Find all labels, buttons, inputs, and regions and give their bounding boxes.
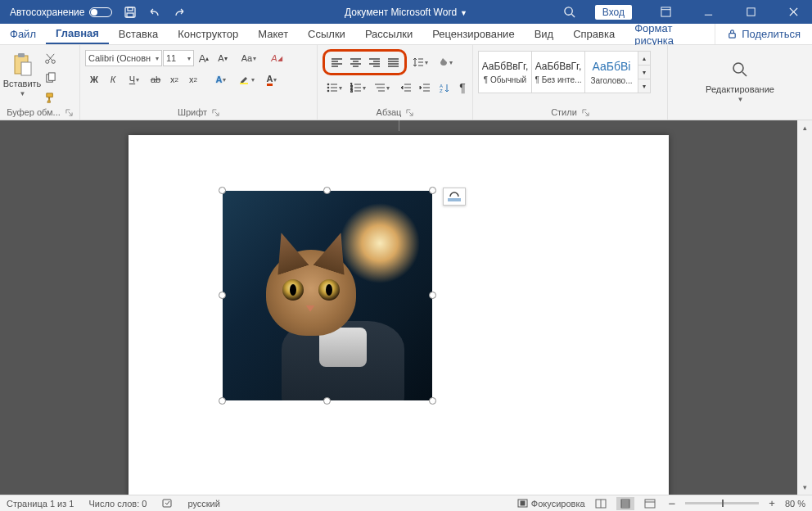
shading-button[interactable]: ▾ <box>433 53 458 71</box>
increase-font-button[interactable]: A▴ <box>195 49 213 67</box>
decrease-indent-button[interactable] <box>397 79 415 97</box>
resize-handle[interactable] <box>429 187 436 194</box>
underline-button[interactable]: Ч▾ <box>123 70 146 88</box>
line-spacing-button[interactable]: ▾ <box>408 53 432 71</box>
language-indicator[interactable]: русский <box>187 499 219 509</box>
page-indicator[interactable]: Страница 1 из 1 <box>7 499 74 509</box>
print-layout-button[interactable] <box>616 497 634 510</box>
tab-home[interactable]: Главная <box>46 24 109 44</box>
tab-layout[interactable]: Макет <box>248 24 298 44</box>
maximize-icon[interactable] <box>732 0 769 24</box>
align-center-button[interactable] <box>346 53 364 71</box>
zoom-level[interactable]: 80 % <box>785 499 805 509</box>
numbering-button[interactable]: 123▾ <box>346 79 369 97</box>
save-icon[interactable] <box>124 6 137 19</box>
redo-icon[interactable] <box>173 6 186 19</box>
style-item-heading1[interactable]: АаБбВіЗаголово... <box>584 51 638 93</box>
style-item-nospacing[interactable]: АаБбВвГг,¶ Без инте... <box>531 51 585 93</box>
dialog-launcher-icon[interactable] <box>212 109 219 116</box>
layout-options-button[interactable] <box>443 188 466 206</box>
subscript-button[interactable]: x2 <box>165 70 183 88</box>
chevron-up-icon[interactable]: ▴ <box>638 52 650 65</box>
focus-mode[interactable]: Фокусировка <box>517 498 585 509</box>
dialog-launcher-icon[interactable] <box>582 109 589 116</box>
copy-button[interactable] <box>41 69 59 87</box>
show-marks-button[interactable]: ¶ <box>453 79 471 97</box>
chevron-down-icon[interactable]: ▼ <box>738 96 744 103</box>
document-title[interactable]: Документ Microsoft Word▼ <box>345 7 467 18</box>
tab-design[interactable]: Конструктор <box>168 24 248 44</box>
search-icon[interactable] <box>732 61 748 78</box>
tab-review[interactable]: Рецензирование <box>422 24 524 44</box>
increase-indent-button[interactable] <box>416 79 434 97</box>
bullets-button[interactable]: ▾ <box>323 79 345 97</box>
close-icon[interactable] <box>774 0 812 24</box>
tab-picture-format[interactable]: Формат рисунка <box>625 24 715 44</box>
justify-button[interactable] <box>384 53 402 71</box>
tab-help[interactable]: Справка <box>563 24 625 44</box>
font-size-select[interactable]: 11 <box>163 50 194 66</box>
zoom-in-button[interactable]: + <box>765 497 778 509</box>
web-layout-button[interactable] <box>641 497 659 510</box>
zoom-out-button[interactable]: − <box>665 496 679 510</box>
group-font: Calibri (Основн 11 A▴ A▾ Aa▾ A◢ Ж К Ч▾ a… <box>80 45 318 120</box>
italic-button[interactable]: К <box>104 70 122 88</box>
resize-handle[interactable] <box>429 397 436 405</box>
autosave-toggle[interactable]: Автосохранение <box>10 7 112 18</box>
change-case-button[interactable]: Aa▾ <box>237 49 261 67</box>
tab-insert[interactable]: Вставка <box>109 24 168 44</box>
font-color-button[interactable]: A▾ <box>259 70 284 88</box>
spellcheck-icon[interactable] <box>161 497 173 510</box>
ribbon-options-icon[interactable] <box>647 0 684 24</box>
dialog-launcher-icon[interactable] <box>65 109 73 116</box>
resize-handle[interactable] <box>323 187 331 194</box>
style-item-normal[interactable]: АаБбВвГг,¶ Обычный <box>478 51 532 93</box>
cut-button[interactable] <box>41 49 59 67</box>
bold-button[interactable]: Ж <box>85 70 103 88</box>
style-gallery[interactable]: АаБбВвГг,¶ Обычный АаБбВвГг,¶ Без инте..… <box>478 51 651 93</box>
svg-point-15 <box>327 84 329 86</box>
page[interactable] <box>129 135 669 495</box>
selected-image[interactable] <box>223 191 432 400</box>
tab-view[interactable]: Вид <box>525 24 564 44</box>
document-area[interactable] <box>0 120 797 495</box>
resize-handle[interactable] <box>323 397 331 405</box>
svg-rect-14 <box>240 83 248 84</box>
strikethrough-button[interactable]: ab <box>147 70 165 88</box>
scroll-up-icon[interactable]: ▴ <box>797 120 812 135</box>
more-icon[interactable]: ▾ <box>638 79 650 93</box>
minimize-icon[interactable] <box>689 0 727 24</box>
svg-rect-26 <box>521 501 525 505</box>
dialog-launcher-icon[interactable] <box>406 109 413 116</box>
resize-handle[interactable] <box>219 187 226 194</box>
decrease-font-button[interactable]: A▾ <box>214 49 232 67</box>
search-icon[interactable] <box>563 6 575 18</box>
paste-button[interactable]: Вставить ▼ <box>5 47 39 102</box>
font-family-select[interactable]: Calibri (Основн <box>85 50 162 66</box>
share-button[interactable]: Поделиться <box>715 24 812 44</box>
clear-formatting-button[interactable]: A◢ <box>268 49 286 67</box>
text-effects-button[interactable]: A▾ <box>209 70 233 88</box>
highlight-button[interactable]: ▾ <box>234 70 259 88</box>
zoom-slider[interactable] <box>685 502 759 504</box>
tab-references[interactable]: Ссылки <box>298 24 355 44</box>
scroll-down-icon[interactable]: ▾ <box>797 480 812 495</box>
sort-button[interactable]: AZ <box>435 79 453 97</box>
undo-icon[interactable] <box>148 6 161 19</box>
style-gallery-nav[interactable]: ▴▾▾ <box>638 51 651 93</box>
format-painter-button[interactable] <box>41 88 59 106</box>
align-right-button[interactable] <box>365 53 383 71</box>
word-count[interactable]: Число слов: 0 <box>88 499 147 509</box>
align-left-button[interactable] <box>327 53 345 71</box>
resize-handle[interactable] <box>429 292 436 299</box>
vertical-scrollbar[interactable]: ▴ ▾ <box>797 120 812 495</box>
tab-file[interactable]: Файл <box>0 24 46 44</box>
login-button[interactable]: Вход <box>595 5 632 20</box>
resize-handle[interactable] <box>219 292 226 299</box>
tab-mailings[interactable]: Рассылки <box>355 24 422 44</box>
superscript-button[interactable]: x2 <box>184 70 202 88</box>
chevron-down-icon[interactable]: ▾ <box>638 65 650 79</box>
multilevel-button[interactable]: ▾ <box>370 79 393 97</box>
resize-handle[interactable] <box>219 397 226 405</box>
read-mode-button[interactable] <box>592 497 610 510</box>
